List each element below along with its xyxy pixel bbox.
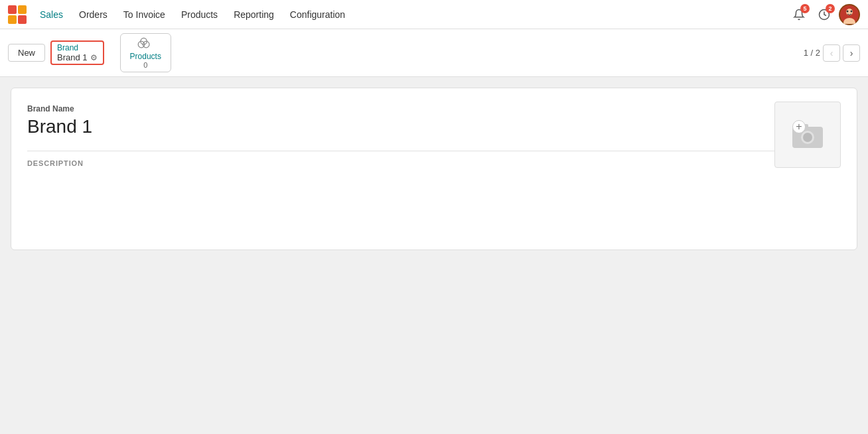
nav-reporting[interactable]: Reporting <box>227 7 281 23</box>
pager-prev-button[interactable]: ‹ <box>823 44 840 62</box>
breadcrumb: Brand Brand 1 ⚙ <box>50 40 104 65</box>
svg-rect-3 <box>18 15 27 24</box>
gear-icon[interactable]: ⚙ <box>90 53 98 62</box>
notifications-badge: 5 <box>800 4 810 13</box>
svg-point-15 <box>803 133 812 142</box>
main-content: Brand Name Brand 1 + DESCRIPTION <box>0 77 868 261</box>
notifications-button[interactable]: 5 <box>788 4 810 25</box>
products-smart-label: Products <box>130 52 161 61</box>
camera-plus-icon: + <box>792 120 806 133</box>
products-smart-count: 0 <box>143 61 147 69</box>
user-avatar[interactable] <box>839 4 860 25</box>
svg-rect-2 <box>8 15 17 24</box>
app-logo <box>8 5 27 24</box>
new-button[interactable]: New <box>8 44 45 62</box>
nav-products[interactable]: Products <box>175 7 224 23</box>
products-smart-button[interactable]: Products 0 <box>120 33 171 72</box>
breadcrumb-current-label: Brand 1 <box>57 52 88 62</box>
svg-point-9 <box>851 10 853 12</box>
timer-button[interactable]: 2 <box>814 4 835 25</box>
top-navigation: Sales Orders To Invoice Products Reporti… <box>0 0 868 29</box>
brand-name-value[interactable]: Brand 1 <box>27 116 841 137</box>
brand-name-field: Brand Name Brand 1 <box>27 104 841 137</box>
nav-configuration[interactable]: Configuration <box>283 7 352 23</box>
form-card: Brand Name Brand 1 + DESCRIPTION <box>11 88 857 250</box>
description-section-label: DESCRIPTION <box>27 159 841 167</box>
timer-badge: 2 <box>826 4 835 13</box>
image-upload-button[interactable]: + <box>774 102 841 168</box>
section-divider <box>27 151 841 151</box>
svg-rect-1 <box>18 5 27 14</box>
breadcrumb-parent-link[interactable]: Brand <box>57 43 98 52</box>
products-smart-icon <box>137 36 153 52</box>
breadcrumb-current: Brand 1 ⚙ <box>57 52 98 62</box>
brand-name-label: Brand Name <box>27 104 841 113</box>
topnav-right: 5 2 <box>788 4 860 25</box>
pager-next-button[interactable]: › <box>843 44 860 62</box>
nav-sales[interactable]: Sales <box>33 7 70 23</box>
pager: 1 / 2 ‹ › <box>804 44 860 62</box>
nav-to-invoice[interactable]: To Invoice <box>117 7 172 23</box>
description-field[interactable] <box>27 167 841 234</box>
toolbar-right: 1 / 2 ‹ › <box>804 44 860 62</box>
toolbar: New Brand Brand 1 ⚙ Products 0 1 / 2 ‹ <box>0 29 868 77</box>
svg-rect-0 <box>8 5 17 14</box>
svg-point-8 <box>847 10 849 12</box>
pager-text: 1 / 2 <box>804 48 820 58</box>
nav-orders[interactable]: Orders <box>72 7 114 23</box>
